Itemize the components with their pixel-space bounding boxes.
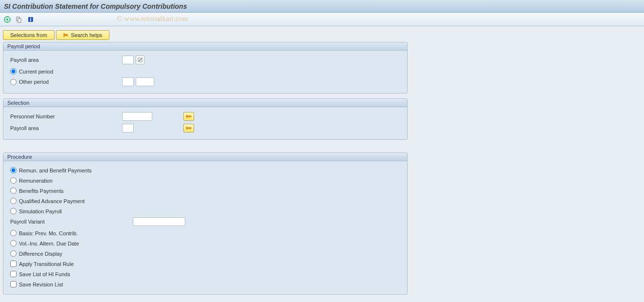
selections-from-label: Selections from — [10, 32, 47, 38]
vol-ins-radio[interactable] — [10, 240, 17, 246]
basis-prev-mo-radio[interactable] — [10, 230, 17, 236]
basis-prev-mo-label: Basis: Prev. Mo. Contrib. — [19, 230, 78, 236]
benefits-payments-radio[interactable] — [10, 188, 17, 194]
save-hi-funds-label: Save List of HI Funds — [19, 271, 70, 277]
difference-display-label: Difference Display — [19, 251, 62, 257]
info-icon[interactable]: i — [26, 15, 35, 24]
search-helps-label: Search helps — [71, 32, 102, 38]
application-toolbar: i © www.tutorialkart.com — [0, 13, 644, 26]
payroll-area-input[interactable] — [122, 56, 134, 64]
current-period-label: Current period — [19, 69, 53, 75]
save-revision-label: Save Revision List — [19, 282, 63, 287]
qualified-advance-radio[interactable] — [10, 198, 17, 204]
save-revision-checkbox[interactable] — [10, 281, 17, 287]
svg-rect-9 — [189, 128, 191, 129]
difference-display-radio[interactable] — [10, 250, 17, 257]
execute-icon[interactable] — [3, 15, 12, 24]
remuneration-label: Remuneration — [19, 178, 53, 184]
other-period-label: Other period — [19, 79, 49, 85]
other-period-input-1[interactable] — [122, 77, 134, 86]
current-period-radio[interactable] — [10, 68, 17, 75]
payroll-variant-label: Payroll Variant — [10, 219, 133, 225]
selections-from-button[interactable]: Selections from — [3, 30, 54, 40]
other-period-radio[interactable] — [10, 79, 17, 85]
benefits-payments-label: Benefits Payments — [19, 188, 64, 194]
svg-rect-3 — [18, 19, 21, 22]
apply-transitional-label: Apply Transitional Rule — [19, 261, 74, 267]
title-bar: SI Contribution Statement for Compulsory… — [0, 0, 644, 13]
payroll-area-label: Payroll area — [10, 57, 122, 63]
f4-help-icon[interactable] — [136, 56, 144, 64]
remuneration-radio[interactable] — [10, 177, 17, 184]
personnel-number-input[interactable] — [122, 112, 152, 121]
personnel-number-label: Personnel Number — [10, 113, 122, 119]
procedure-header: Procedure — [3, 153, 407, 161]
vol-ins-label: Vol.-Ins. Altern. Due Date — [19, 241, 79, 246]
svg-point-1 — [6, 19, 8, 20]
remun-benefit-radio[interactable] — [10, 167, 17, 173]
payroll-area-multiselect-button[interactable] — [183, 124, 194, 132]
content-area: Selections from Search helps Payroll per… — [0, 26, 644, 302]
save-hi-funds-checkbox[interactable] — [10, 271, 17, 277]
svg-rect-8 — [189, 116, 191, 117]
personnel-number-multiselect-button[interactable] — [183, 112, 194, 121]
selection-payroll-area-input[interactable] — [122, 124, 134, 132]
apply-transitional-checkbox[interactable] — [10, 261, 17, 267]
get-variant-icon[interactable] — [15, 15, 23, 24]
selection-payroll-area-label: Payroll area — [10, 125, 122, 131]
top-button-row: Selections from Search helps — [3, 30, 641, 40]
svg-rect-6 — [66, 35, 68, 36]
remun-benefit-label: Remun. and Benefit Payments — [19, 168, 91, 173]
arrow-right-icon — [63, 33, 68, 38]
procedure-group: Procedure Remun. and Benefit Payments Re… — [3, 152, 408, 295]
selection-group: Selection Personnel Number Payroll area — [3, 98, 408, 140]
svg-text:i: i — [30, 17, 32, 22]
payroll-variant-input[interactable] — [133, 217, 185, 226]
page-title: SI Contribution Statement for Compulsory… — [4, 2, 187, 10]
simulation-payroll-label: Simulation Payroll — [19, 208, 62, 214]
payroll-period-group: Payroll period Payroll area Current peri… — [3, 42, 408, 94]
simulation-payroll-radio[interactable] — [10, 208, 17, 214]
watermark-text: © www.tutorialkart.com — [117, 15, 188, 23]
search-helps-button[interactable]: Search helps — [56, 30, 109, 40]
qualified-advance-label: Qualified Advance Payment — [19, 198, 85, 204]
payroll-period-header: Payroll period — [3, 42, 407, 51]
selection-header: Selection — [3, 99, 407, 107]
other-period-input-2[interactable] — [136, 77, 154, 86]
